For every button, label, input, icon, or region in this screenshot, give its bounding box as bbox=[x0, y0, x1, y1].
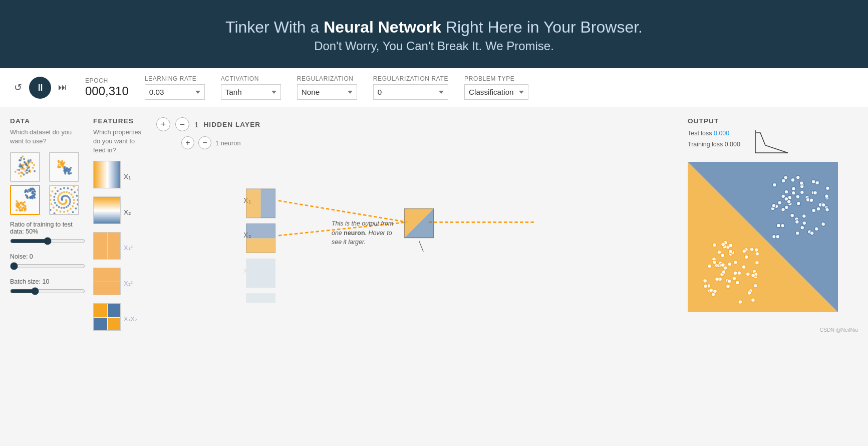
neuron-tooltip: This is the output from one neuron. Hove… bbox=[332, 219, 397, 247]
feature-canvas-x1x2 bbox=[94, 304, 121, 331]
hidden-neuron-1[interactable] bbox=[405, 209, 434, 238]
hidden-layer-title: HIDDEN LAYER bbox=[203, 121, 260, 128]
header-title-end: Right Here in Your Browser. bbox=[441, 18, 643, 36]
add-neuron-button[interactable]: + bbox=[181, 136, 194, 149]
input-x2-node[interactable]: X₂ bbox=[243, 224, 275, 253]
output-title: OUTPUT bbox=[688, 117, 858, 125]
feature-x1sq[interactable] bbox=[93, 232, 121, 260]
input-x1sq-node[interactable]: X₁² bbox=[243, 259, 275, 288]
tooltip-text-bold: neuron bbox=[344, 230, 365, 237]
reg-rate-select[interactable]: 00.0010.0030.01 0.030.10.31310 bbox=[373, 84, 448, 100]
svg-rect-14 bbox=[246, 294, 275, 303]
data-title: DATA bbox=[10, 117, 85, 125]
feature-canvas-x2sq bbox=[94, 268, 121, 295]
reset-button[interactable]: ↺ bbox=[12, 80, 24, 95]
svg-rect-7 bbox=[246, 224, 275, 239]
training-loss-value: 0.000 bbox=[725, 141, 740, 148]
training-loss-label: Training loss bbox=[688, 141, 723, 148]
header-subtitle: Don't Worry, You Can't Break It. We Prom… bbox=[10, 39, 858, 53]
regularization-label: Regularization bbox=[297, 75, 357, 82]
header-title: Tinker With a Neural Network Right Here … bbox=[10, 15, 858, 39]
problem-type-group: Problem type ClassificationRegression bbox=[464, 75, 528, 100]
output-header: Test loss 0.000 Training loss 0.000 bbox=[688, 128, 858, 158]
dataset-item-4[interactable] bbox=[49, 185, 79, 215]
activation-group: Activation ReLUTanhSigmoidLinear bbox=[221, 75, 281, 100]
regularization-group: Regularization NoneL1L2 bbox=[297, 75, 357, 100]
svg-rect-2 bbox=[246, 189, 261, 218]
feature-x2sq[interactable] bbox=[93, 268, 121, 295]
dataset-item-1[interactable] bbox=[10, 152, 40, 182]
svg-rect-3 bbox=[261, 189, 275, 218]
remove-layer-button[interactable]: − bbox=[175, 117, 189, 131]
activation-label: Activation bbox=[221, 75, 281, 82]
remove-neuron-button[interactable]: − bbox=[198, 136, 211, 149]
epoch-block: Epoch 000,310 bbox=[85, 77, 129, 98]
feature-canvas-x1sq bbox=[94, 233, 121, 260]
neuron-count-label: 1 neuron bbox=[215, 139, 241, 147]
features-panel: FEATURES Which properties do you want to… bbox=[93, 117, 148, 348]
dataset-item-3[interactable] bbox=[10, 185, 40, 215]
reg-rate-group: Regularization rate 00.0010.0030.01 0.03… bbox=[373, 75, 448, 100]
play-controls: ↺ ⏸ ⏭ bbox=[12, 77, 69, 99]
layer-count: 1 bbox=[194, 120, 198, 129]
input-x1-node[interactable]: X₁ bbox=[243, 189, 275, 218]
test-loss-value: 0.000 bbox=[714, 130, 729, 137]
feature-label-x1x2: X₁X₂ bbox=[124, 315, 137, 323]
header-title-plain: Tinker With a bbox=[225, 18, 324, 36]
data-desc: Which dataset do you want to use? bbox=[10, 128, 85, 146]
reg-rate-label: Regularization rate bbox=[373, 75, 448, 82]
ratio-slider[interactable] bbox=[10, 237, 85, 245]
noise-slider-group: Noise: 0 bbox=[10, 253, 85, 272]
feature-label-x2sq: X₂² bbox=[124, 280, 133, 287]
batch-slider[interactable] bbox=[10, 287, 85, 295]
output-viz: 6 5 4 3 2 1 0 -1 -2 -3 -4 -5 -6 -6 -5 -4… bbox=[688, 162, 848, 317]
step-icon: ⏭ bbox=[58, 82, 67, 92]
learning-rate-label: Learning rate bbox=[145, 75, 205, 82]
neuron-controls: + − 1 neuron bbox=[181, 136, 680, 149]
add-layer-button[interactable]: + bbox=[156, 117, 170, 131]
dataset-canvas-1 bbox=[11, 153, 39, 181]
epoch-value: 000,310 bbox=[85, 84, 129, 98]
noise-label: Noise: 0 bbox=[10, 253, 85, 260]
feature-x1x2[interactable] bbox=[93, 303, 121, 331]
training-loss-line: Training loss 0.000 bbox=[688, 139, 740, 150]
loss-info: Test loss 0.000 Training loss 0.000 bbox=[688, 128, 740, 150]
regularization-select[interactable]: NoneL1L2 bbox=[297, 84, 357, 100]
pause-button[interactable]: ⏸ bbox=[29, 77, 51, 99]
noise-slider[interactable] bbox=[10, 262, 85, 270]
activation-select[interactable]: ReLUTanhSigmoidLinear bbox=[221, 84, 281, 100]
feature-label-x1sq: X₁² bbox=[124, 244, 133, 252]
page-header: Tinker With a Neural Network Right Here … bbox=[0, 0, 868, 68]
controls-bar: ↺ ⏸ ⏭ Epoch 000,310 Learning rate 0.0000… bbox=[0, 68, 868, 107]
feature-x2[interactable] bbox=[93, 196, 121, 224]
feature-label-x2: X₂ bbox=[124, 208, 131, 216]
batch-label: Batch size: 10 bbox=[10, 278, 85, 285]
features-title: FEATURES bbox=[93, 117, 148, 125]
dataset-item-2[interactable] bbox=[49, 152, 79, 182]
input-x2sq-node[interactable]: X₂² bbox=[243, 294, 275, 303]
features-desc: Which properties do you want to feed in? bbox=[93, 128, 148, 155]
svg-rect-12 bbox=[246, 259, 275, 288]
feature-canvas-x2 bbox=[94, 197, 121, 224]
learning-rate-group: Learning rate 0.000010.00010.0010.003 0.… bbox=[145, 75, 205, 100]
test-loss-line: Test loss 0.000 bbox=[688, 128, 740, 139]
tooltip-arrow bbox=[419, 241, 424, 252]
attribution: CSDN @NeilNiu bbox=[688, 327, 858, 333]
test-loss-label: Test loss bbox=[688, 130, 712, 137]
problem-type-select[interactable]: ClassificationRegression bbox=[464, 84, 528, 100]
output-canvas bbox=[688, 162, 838, 312]
loss-chart-svg bbox=[750, 128, 790, 158]
dataset-canvas-2 bbox=[50, 153, 78, 181]
batch-slider-group: Batch size: 10 bbox=[10, 278, 85, 297]
step-button[interactable]: ⏭ bbox=[56, 80, 69, 95]
pause-icon: ⏸ bbox=[36, 82, 45, 93]
svg-rect-6 bbox=[246, 238, 275, 253]
feature-x1[interactable] bbox=[93, 161, 121, 188]
network-area: + − 1 HIDDEN LAYER + − 1 neuron X₁ bbox=[156, 117, 680, 348]
dataset-canvas-4 bbox=[50, 186, 78, 214]
header-title-bold: Neural Network bbox=[324, 18, 441, 36]
output-panel: OUTPUT Test loss 0.000 Training loss 0.0… bbox=[688, 117, 858, 348]
main-content: DATA Which dataset do you want to use? R… bbox=[0, 107, 868, 358]
learning-rate-select[interactable]: 0.000010.00010.0010.003 0.010.030.10.3 1… bbox=[145, 84, 205, 100]
network-svg: X₁ X₂ bbox=[156, 152, 680, 303]
